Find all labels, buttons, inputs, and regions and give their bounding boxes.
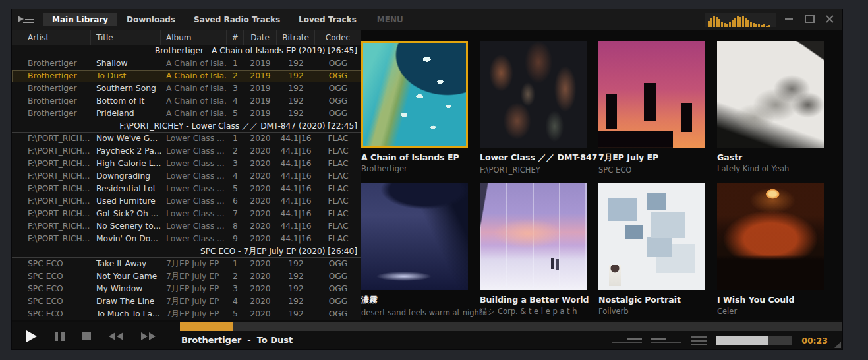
volume-fill (716, 336, 768, 345)
track-row[interactable]: SPC ECOTo Much To La...7月EP July EP52020… (12, 308, 361, 320)
album-card[interactable]: 7月EP July EPSPC ECO (598, 41, 705, 183)
album-card[interactable]: I Wish You CouldCeler (717, 183, 824, 320)
track-row[interactable]: F:\PORT_RICH...Got Sick? Oh ...Lower Cla… (12, 208, 361, 220)
column-header-artist[interactable]: Artist (22, 30, 91, 45)
previous-button[interactable] (109, 332, 123, 340)
cell-num: 2 (227, 70, 244, 82)
visualizer-bar (737, 16, 739, 27)
album-cover[interactable] (598, 41, 705, 148)
cell-album: 7月EP July EP (161, 308, 227, 320)
track-row[interactable]: F:\PORT_RICH...Now We've G...Lower Class… (12, 133, 361, 145)
track-row[interactable]: BrothertigerBottom of ItA Chain of Isla.… (12, 95, 361, 107)
album-cover[interactable] (717, 41, 824, 148)
column-header-title[interactable]: Title (91, 30, 161, 45)
cell-album: Lower Class ... (161, 220, 227, 233)
now-playing-list-icon[interactable] (17, 14, 36, 26)
cell-bitrate: 192 (277, 70, 315, 82)
cell-lead (12, 270, 22, 283)
visualizer-bar (713, 16, 715, 27)
album-artist: Celer (717, 307, 824, 316)
close-button[interactable] (823, 12, 837, 26)
repeat-mode-slider[interactable] (651, 337, 681, 344)
track-row[interactable]: BrothertigerTo DustA Chain of Isla...220… (12, 70, 361, 82)
album-cover[interactable] (598, 183, 705, 290)
cell-album: 7月EP July EP (161, 270, 227, 283)
cell-date: 2019 (244, 57, 277, 70)
play-button[interactable] (26, 330, 37, 342)
cell-date: 2019 (244, 107, 277, 120)
column-header-album[interactable]: Album (161, 30, 227, 45)
album-card[interactable]: Lower Class ／／ DMT-847F:\PORT_RICHEY (480, 41, 587, 183)
tab-loved-tracks[interactable]: Loved Tracks (290, 13, 365, 26)
cell-lead (12, 258, 22, 270)
track-row[interactable]: F:\PORT_RICH...Used FurnitureLower Class… (12, 195, 361, 208)
visualizer-bar (710, 18, 712, 27)
column-header-date[interactable]: Date (244, 30, 277, 45)
track-row[interactable]: SPC ECOTake It Away7月EP July EP12020192O… (12, 258, 361, 270)
album-cover[interactable] (480, 183, 587, 290)
album-card[interactable]: Building a Better World猫シ Corp. & t e l … (480, 183, 587, 320)
track-row[interactable]: F:\PORT_RICH...Paycheck 2 Pa...Lower Cla… (12, 145, 361, 158)
track-row[interactable]: F:\PORT_RICH...DowngradingLower Class ..… (12, 170, 361, 183)
maximize-button[interactable] (802, 12, 817, 26)
group-header-row[interactable]: SPC ECO - 7月EP July EP (2020) [26:40] (12, 245, 361, 258)
album-cover[interactable] (361, 41, 468, 148)
album-cover[interactable] (717, 183, 824, 290)
cell-num: 5 (227, 107, 244, 120)
cell-codec: OGG (315, 270, 361, 283)
cell-title: Southern Song (91, 82, 161, 95)
tab-downloads[interactable]: Downloads (118, 13, 184, 26)
volume-slider[interactable] (716, 336, 792, 345)
cell-lead (12, 158, 22, 170)
next-button[interactable] (141, 332, 156, 340)
track-row[interactable]: SPC ECODraw The Line7月EP July EP42020192… (12, 295, 361, 308)
cell-artist: F:\PORT_RICH... (22, 145, 91, 158)
playback-order-slider[interactable] (612, 337, 642, 344)
cell-title: Residential Lot (91, 183, 161, 195)
visualizer-bar (739, 17, 741, 27)
group-header-row[interactable]: Brothertiger - A Chain of Islands EP (20… (12, 45, 361, 57)
column-header-codec[interactable]: Codec (315, 30, 361, 45)
group-header-row[interactable]: F:\PORT_RICHEY - Lower Class ／／ DMT-847 … (12, 120, 361, 133)
cell-title: Movin' On Do... (91, 233, 161, 245)
cell-artist: SPC ECO (22, 295, 91, 308)
track-row[interactable]: F:\PORT_RICH...High-Calorie L...Lower Cl… (12, 158, 361, 170)
track-row[interactable]: F:\PORT_RICH...Residential LotLower Clas… (12, 183, 361, 195)
track-row[interactable]: BrothertigerShallowA Chain of Isla...120… (12, 57, 361, 70)
cell-lead (12, 82, 22, 95)
track-row[interactable]: F:\PORT_RICH...Movin' On Do...Lower Clas… (12, 233, 361, 245)
cell-title: To Much To La... (91, 308, 161, 320)
cell-album: Lower Class ... (161, 133, 227, 145)
column-header-num[interactable]: # (227, 30, 244, 45)
menu-lines-icon[interactable] (691, 336, 707, 345)
track-row[interactable]: BrothertigerSouthern SongA Chain of Isla… (12, 82, 361, 95)
track-row[interactable]: SPC ECONot Your Game7月EP July EP22020192… (12, 270, 361, 283)
tab-main-library[interactable]: Main Library (43, 13, 117, 26)
album-card[interactable]: A Chain of Islands EPBrothertiger (361, 41, 468, 183)
cell-date: 2020 (244, 283, 277, 295)
menu-button[interactable]: MENU (377, 15, 403, 24)
playlist-header-row: ArtistTitleAlbum#DateBitrateCodec (12, 30, 361, 45)
stop-button[interactable] (82, 332, 91, 340)
visualizer-bar (732, 20, 734, 27)
tab-saved-radio-tracks[interactable]: Saved Radio Tracks (185, 13, 289, 26)
titlebar: Main LibraryDownloadsSaved Radio TracksL… (12, 9, 842, 30)
cell-date: 2020 (244, 133, 277, 145)
track-row[interactable]: SPC ECOMy Window7月EP July EP32020192OGG (12, 283, 361, 295)
pause-button[interactable] (55, 332, 65, 341)
maximize-icon (805, 15, 815, 23)
album-cover[interactable] (361, 183, 468, 290)
album-card[interactable]: GastrLately Kind of Yeah (717, 41, 824, 183)
album-cover[interactable] (480, 41, 587, 148)
seek-bar[interactable] (180, 322, 842, 331)
visualizer-bar (763, 24, 765, 27)
track-row[interactable]: F:\PORT_RICH...No Scenery to...Lower Cla… (12, 220, 361, 233)
track-row[interactable]: BrothertigerPridelandA Chain of Isla...5… (12, 107, 361, 120)
cell-lead (12, 295, 22, 308)
resize-grip[interactable] (834, 342, 841, 348)
album-card[interactable]: 濃霧desert sand feels warm at night (361, 183, 468, 320)
column-header-bitrate[interactable]: Bitrate (277, 30, 315, 45)
album-card[interactable]: Nostalgic PortraitFoilverb (598, 183, 705, 320)
album-artist: Lately Kind of Yeah (717, 164, 824, 173)
minimize-button[interactable] (782, 12, 796, 26)
